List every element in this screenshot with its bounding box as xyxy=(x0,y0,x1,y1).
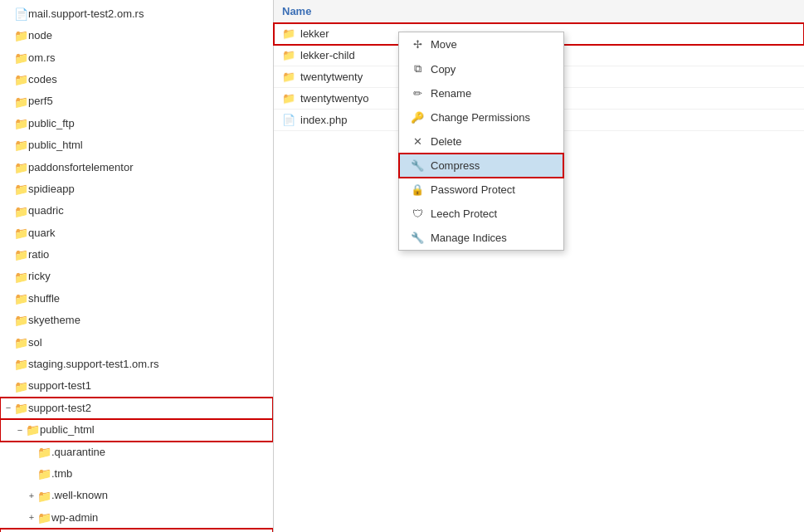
tree-label: codes xyxy=(28,71,57,89)
ctx-item-leech-protect[interactable]: 🛡 Leech Protect xyxy=(399,202,563,226)
sidebar-item-paddonsfortelementor[interactable]: 📁 paddonsfortelementor xyxy=(0,157,273,178)
folder-icon: 📁 xyxy=(282,92,295,105)
tree-label: sol xyxy=(28,334,42,352)
context-menu: ✢ Move ⧉ Copy ✏ Rename 🔑 Change Permissi… xyxy=(398,32,564,251)
folder-icon: 📁 xyxy=(14,27,28,45)
folder-icon: 📁 xyxy=(37,465,51,483)
ctx-label: Change Permissions xyxy=(431,111,530,124)
sidebar-item-om.rs[interactable]: 📁 om.rs xyxy=(0,47,273,69)
tree-label: quark xyxy=(28,225,56,242)
folder-icon: 📁 xyxy=(14,334,28,352)
folder-icon: 📁 xyxy=(14,355,28,373)
ctx-item-rename[interactable]: ✏ Rename xyxy=(399,81,563,105)
file-icon: 📄 xyxy=(282,114,295,126)
sidebar-item-quarantine[interactable]: 📁 .quarantine xyxy=(0,442,273,463)
ctx-icon-leech-protect: 🛡 xyxy=(411,207,424,220)
folder-icon: 📁 xyxy=(26,421,40,439)
sidebar-item-spidieapp[interactable]: 📁 spidieapp xyxy=(0,178,273,200)
sidebar-item-wp-admin[interactable]: +📁 wp-admin xyxy=(0,507,273,529)
ctx-label: Manage Indices xyxy=(431,232,507,244)
sidebar-item-skyetheme[interactable]: 📁 skyetheme xyxy=(0,310,273,331)
sidebar-item-quark[interactable]: 📁 quark xyxy=(0,222,273,244)
ctx-label: Compress xyxy=(431,159,480,172)
ctx-icon-change-permissions: 🔑 xyxy=(411,111,424,124)
sidebar-item-node[interactable]: 📁 node xyxy=(0,25,273,46)
ctx-item-password-protect[interactable]: 🔒 Password Protect xyxy=(399,178,563,202)
sidebar-item-perf5[interactable]: 📁 perf5 xyxy=(0,91,273,113)
sidebar-item-wp-content[interactable]: −📁 wp-content xyxy=(0,529,273,532)
ctx-icon-delete: ✕ xyxy=(411,135,424,148)
expand-icon[interactable]: − xyxy=(15,423,25,438)
ctx-item-copy[interactable]: ⧉ Copy xyxy=(399,56,563,81)
sidebar-item-ricky[interactable]: 📁 ricky xyxy=(0,266,273,288)
folder-icon: 📁 xyxy=(14,311,28,329)
folder-icon: 📁 xyxy=(282,49,295,61)
file-name: 📁 lekker-child xyxy=(282,49,355,61)
tree-label: support-test1 xyxy=(28,378,91,395)
tree-label: paddonsfortelementor xyxy=(28,159,133,177)
tree-label: ratio xyxy=(28,246,49,264)
sidebar-item-public_html[interactable]: −📁 public_html xyxy=(0,419,273,441)
ctx-icon-manage-indices: 🔧 xyxy=(411,232,424,244)
file-name: 📄 index.php xyxy=(282,114,347,126)
ctx-item-manage-indices[interactable]: 🔧 Manage Indices xyxy=(399,226,563,250)
folder-icon: 📁 xyxy=(14,136,28,154)
tree-label: quadric xyxy=(28,203,64,220)
ctx-label: Leech Protect xyxy=(431,207,497,220)
folder-icon: 📁 xyxy=(14,93,28,111)
tree-label: perf5 xyxy=(28,93,53,110)
folder-icon: 📁 xyxy=(14,203,28,221)
sidebar-item-public_html2[interactable]: 📁 public_html xyxy=(0,134,273,156)
file-label: twentytwenty xyxy=(300,71,363,83)
file-label: index.php xyxy=(300,114,347,126)
ctx-label: Password Protect xyxy=(431,183,515,196)
sidebar-item-mail[interactable]: 📄 mail.support-test2.om.rs xyxy=(0,3,273,25)
file-name: 📁 lekker xyxy=(282,27,329,40)
sidebar-item-support-test2[interactable]: −📁 support-test2 xyxy=(0,398,273,419)
folder-icon: 📁 xyxy=(14,49,28,67)
sidebar-item-tmb[interactable]: 📁 .tmb xyxy=(0,463,273,485)
tree-label: shuffle xyxy=(28,290,60,308)
tree-label: public_ftp xyxy=(28,115,75,133)
folder-icon: 📁 xyxy=(282,71,295,83)
sidebar-item-codes[interactable]: 📁 codes xyxy=(0,69,273,90)
tree-label: spidieapp xyxy=(28,181,75,198)
tree-label: .tmb xyxy=(51,466,72,483)
sidebar-item-well-known[interactable]: +📁 .well-known xyxy=(0,486,273,507)
tree-label: mail.support-test2.om.rs xyxy=(28,6,144,23)
file-label: lekker-child xyxy=(300,49,355,61)
folder-icon: 📁 xyxy=(282,27,295,40)
tree-label: public_html xyxy=(28,137,83,154)
sidebar-item-shuffle[interactable]: 📁 shuffle xyxy=(0,288,273,310)
file-tree[interactable]: 📄 mail.support-test2.om.rs 📁 node 📁 om.r… xyxy=(0,0,274,532)
folder-icon: 📁 xyxy=(14,268,28,286)
sidebar-item-staging[interactable]: 📁 staging.support-test1.om.rs xyxy=(0,354,273,375)
tree-label: wp-admin xyxy=(51,510,98,527)
file-label: lekker xyxy=(300,27,329,40)
ctx-item-delete[interactable]: ✕ Delete xyxy=(399,129,563,154)
ctx-item-compress[interactable]: 🔧 Compress xyxy=(399,154,563,178)
ctx-item-change-permissions[interactable]: 🔑 Change Permissions xyxy=(399,105,563,129)
folder-icon: 📁 xyxy=(37,487,51,505)
folder-icon: 📁 xyxy=(14,71,28,89)
ctx-icon-compress: 🔧 xyxy=(411,159,424,172)
sidebar-item-support-test1[interactable]: 📁 support-test1 xyxy=(0,376,273,398)
sidebar-item-ratio[interactable]: 📁 ratio xyxy=(0,244,273,266)
sidebar-item-public_ftp[interactable]: 📁 public_ftp xyxy=(0,113,273,134)
ctx-item-move[interactable]: ✢ Move xyxy=(399,32,563,56)
tree-label: .well-known xyxy=(51,487,108,505)
expand-icon[interactable]: − xyxy=(3,401,13,416)
file-area: Name 📁 lekker 📁 lekker-child 📁 twentytwe… xyxy=(274,0,804,532)
sidebar-item-quadric[interactable]: 📁 quadric xyxy=(0,201,273,222)
tree-label: public_html xyxy=(40,422,95,439)
ctx-icon-password-protect: 🔒 xyxy=(411,183,424,196)
ctx-label: Rename xyxy=(431,87,471,100)
ctx-label: Copy xyxy=(431,63,456,76)
expand-icon[interactable]: + xyxy=(27,510,37,525)
tree-label: .quarantine xyxy=(51,444,105,461)
expand-icon[interactable]: + xyxy=(27,489,37,504)
tree-label: support-test2 xyxy=(28,400,91,417)
sidebar-item-sol[interactable]: 📁 sol xyxy=(0,332,273,354)
file-label: twentytwentyo xyxy=(300,92,368,105)
ctx-icon-move: ✢ xyxy=(411,38,424,51)
